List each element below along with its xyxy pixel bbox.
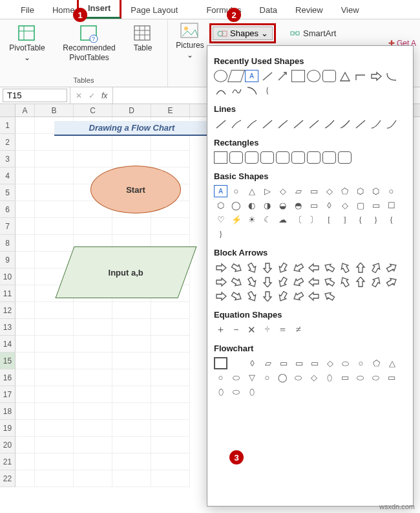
shape-elbow[interactable] <box>353 70 367 82</box>
basic-shape[interactable]: ] <box>338 213 352 226</box>
arrow-shape[interactable] <box>322 261 336 274</box>
arrow-shape[interactable] <box>214 276 227 288</box>
basic-shape[interactable]: ◇ <box>322 185 336 197</box>
basic-shape[interactable]: ♡ <box>214 213 227 226</box>
flow-shape[interactable]: ⬭ <box>353 371 367 384</box>
flow-shape[interactable]: ▭ <box>384 371 398 384</box>
shape-ellipse2[interactable] <box>307 70 320 82</box>
col-E[interactable]: E <box>151 104 190 116</box>
row-header-8[interactable]: 8 <box>0 235 16 252</box>
basic-shape[interactable]: ⬡ <box>369 185 383 197</box>
arrow-shape[interactable] <box>307 276 320 288</box>
flow-shape[interactable]: ▭ <box>277 357 290 369</box>
flowchart-start-shape[interactable]: Start <box>90 166 181 213</box>
arrow-shape[interactable] <box>260 290 274 302</box>
basic-shape[interactable]: ⬡ <box>353 185 367 197</box>
shape-line[interactable] <box>260 70 274 82</box>
tab-review[interactable]: Review <box>286 1 332 19</box>
eq-shape[interactable]: ✕ <box>245 323 258 336</box>
flow-shape[interactable]: ⬭ <box>369 371 383 384</box>
recommended-pivottables-button[interactable]: ? Recommended PivotTables <box>59 25 119 62</box>
arrow-shape[interactable] <box>229 290 243 302</box>
rect-shape[interactable] <box>338 151 352 164</box>
row-header-10[interactable]: 10 <box>0 268 16 285</box>
tab-view[interactable]: View <box>332 1 368 19</box>
flow-shape[interactable]: ⬭ <box>229 371 243 384</box>
basic-shape[interactable]: ☀ <box>245 213 258 226</box>
flow-shape[interactable]: ▭ <box>338 371 352 384</box>
basic-shape[interactable]: ○ <box>229 185 243 197</box>
tab-pagelayout[interactable]: Page Layout <box>121 1 187 19</box>
basic-shape[interactable]: } <box>369 213 383 226</box>
basic-shape[interactable]: ☐ <box>384 199 398 212</box>
tab-home[interactable]: Home <box>43 1 77 19</box>
row-header-7[interactable]: 7 <box>0 218 16 235</box>
arrow-shape[interactable] <box>276 290 289 302</box>
arrow-shape[interactable] <box>245 276 258 288</box>
arrow-shape[interactable] <box>307 290 320 302</box>
line-shape[interactable] <box>369 118 383 130</box>
row-header-9[interactable]: 9 <box>0 252 16 268</box>
row-header-17[interactable]: 17 <box>0 386 16 403</box>
flow-shape[interactable]: ⬯ <box>245 386 258 398</box>
shape-roundrect[interactable] <box>322 70 336 82</box>
basic-shape[interactable]: ▭ <box>307 185 320 197</box>
flow-shape[interactable]: ○ <box>260 371 274 384</box>
shape-curve2[interactable] <box>214 84 227 96</box>
enter-icon[interactable]: ✓ <box>89 91 95 100</box>
flow-shape[interactable]: ▽ <box>245 371 258 384</box>
shape-curve3[interactable] <box>245 84 258 96</box>
eq-shape[interactable]: － <box>229 323 243 336</box>
flow-shape[interactable]: ◇ <box>307 371 320 384</box>
arrow-shape[interactable] <box>353 276 367 288</box>
flow-shape[interactable]: ⬭ <box>229 386 243 398</box>
arrow-shape[interactable] <box>245 261 258 274</box>
flow-shape[interactable]: ⬯ <box>322 371 336 384</box>
shape-parallelogram[interactable] <box>227 70 245 82</box>
row-header-22[interactable]: 22 <box>0 470 16 487</box>
fx-label[interactable]: fx <box>101 91 107 100</box>
basic-shape[interactable]: 〕 <box>307 213 320 226</box>
line-shape[interactable] <box>229 118 243 130</box>
basic-shape[interactable]: A <box>214 185 227 197</box>
arrow-shape[interactable] <box>229 276 243 288</box>
col-D[interactable]: D <box>112 104 151 116</box>
basic-shape[interactable]: △ <box>245 185 258 197</box>
arrow-shape[interactable] <box>229 261 243 274</box>
rect-shape[interactable] <box>229 151 243 164</box>
flow-shape[interactable]: ⬭ <box>339 357 352 369</box>
line-shape[interactable] <box>338 118 352 130</box>
arrow-shape[interactable] <box>384 276 398 288</box>
cancel-icon[interactable]: ✕ <box>76 91 82 100</box>
eq-shape[interactable]: ≠ <box>291 323 305 336</box>
arrow-shape[interactable] <box>369 261 383 274</box>
arrow-shape[interactable] <box>214 261 227 274</box>
shape-rarrow[interactable] <box>369 70 383 82</box>
flowchart-process[interactable] <box>214 357 227 369</box>
row-header-11[interactable]: 11 <box>0 285 16 302</box>
row-header-2[interactable]: 2 <box>0 134 16 151</box>
flow-shape[interactable]: △ <box>385 357 399 369</box>
line-shape[interactable] <box>291 118 305 130</box>
row-header-16[interactable]: 16 <box>0 369 16 386</box>
shape-curve1[interactable] <box>384 70 398 82</box>
arrow-shape[interactable] <box>322 290 336 302</box>
rect-shape[interactable] <box>291 151 305 164</box>
basic-shape[interactable]: ☾ <box>260 213 274 226</box>
row-header-14[interactable]: 14 <box>0 336 16 353</box>
col-A[interactable]: A <box>16 104 35 116</box>
basic-shape[interactable]: ◓ <box>291 199 305 212</box>
eq-shape[interactable]: ÷ <box>260 323 274 336</box>
row-header-13[interactable]: 13 <box>0 319 16 336</box>
line-shape[interactable] <box>260 118 274 130</box>
pictures-button[interactable]: Pictures ⌄ <box>172 22 208 60</box>
rect-shape[interactable] <box>276 151 289 164</box>
shape-oval[interactable] <box>214 70 227 82</box>
rect-shape[interactable] <box>214 151 227 164</box>
flow-shape[interactable]: ⬯ <box>214 386 227 398</box>
basic-shape[interactable]: ⚡ <box>229 213 243 226</box>
rect-shape[interactable] <box>307 151 320 164</box>
row-header-12[interactable]: 12 <box>0 302 16 319</box>
shape-lbrace[interactable]: { <box>260 84 274 96</box>
arrow-shape[interactable] <box>291 261 305 274</box>
